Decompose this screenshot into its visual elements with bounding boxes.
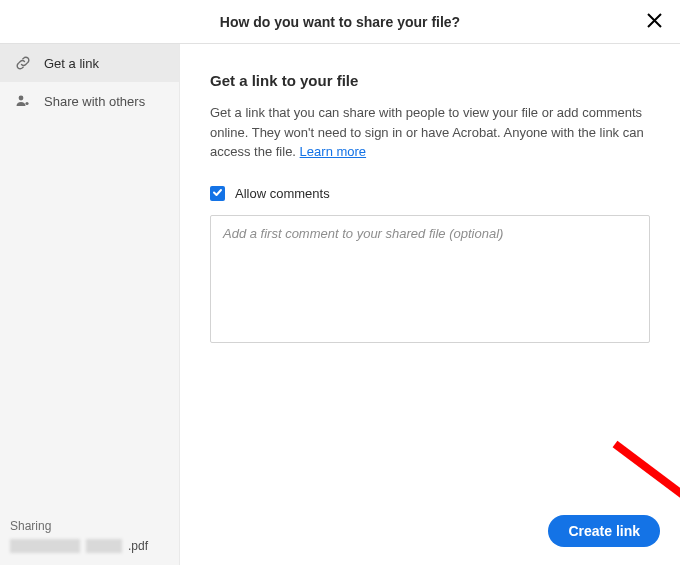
section-title: Get a link to your file xyxy=(210,72,650,89)
checkmark-icon xyxy=(212,184,223,202)
dialog-body: Get a link Share with others Sharing .pd… xyxy=(0,44,680,565)
description-text: Get a link that you can share with peopl… xyxy=(210,105,644,159)
link-icon xyxy=(14,54,32,72)
svg-point-1 xyxy=(25,102,28,105)
learn-more-link[interactable]: Learn more xyxy=(300,144,366,159)
allow-comments-row: Allow comments xyxy=(210,186,650,201)
sidebar-footer: Sharing .pdf xyxy=(10,519,169,553)
section-description: Get a link that you can share with peopl… xyxy=(210,103,650,162)
close-button[interactable] xyxy=(642,10,666,34)
comment-input[interactable] xyxy=(210,215,650,343)
redacted-block xyxy=(10,539,80,553)
svg-point-0 xyxy=(19,96,24,101)
dialog-title: How do you want to share your file? xyxy=(220,14,460,30)
create-link-button[interactable]: Create link xyxy=(548,515,660,547)
file-extension: .pdf xyxy=(128,539,148,553)
dialog-header: How do you want to share your file? xyxy=(0,0,680,44)
allow-comments-label: Allow comments xyxy=(235,186,330,201)
sidebar-item-label: Share with others xyxy=(44,94,145,109)
main-panel: Get a link to your file Get a link that … xyxy=(180,44,680,565)
allow-comments-checkbox[interactable] xyxy=(210,186,225,201)
sharing-label: Sharing xyxy=(10,519,169,533)
sidebar: Get a link Share with others Sharing .pd… xyxy=(0,44,180,565)
people-icon xyxy=(14,92,32,110)
close-icon xyxy=(647,13,662,32)
sidebar-item-get-link[interactable]: Get a link xyxy=(0,44,179,82)
sidebar-item-share-others[interactable]: Share with others xyxy=(0,82,179,120)
filename-row: .pdf xyxy=(10,539,169,553)
sidebar-item-label: Get a link xyxy=(44,56,99,71)
redacted-block xyxy=(86,539,122,553)
